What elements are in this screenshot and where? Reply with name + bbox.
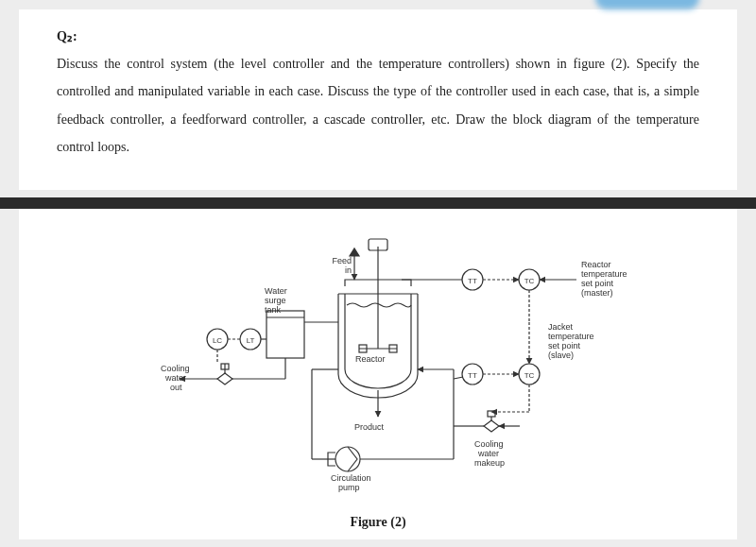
pump-label-1: Circulation (331, 473, 371, 483)
makeup-valve (484, 411, 499, 432)
figure-caption: Figure (2) (19, 515, 737, 530)
cool-out-3: out (170, 383, 182, 392)
makeup-label-3: makeup (474, 458, 505, 468)
process-diagram: Reactor Feed in Product Circulation pump (113, 228, 643, 511)
svg-text:TC: TC (524, 277, 535, 285)
rsp-4: (master) (581, 288, 613, 298)
horizontal-divider (0, 197, 756, 209)
lt-text: LT (247, 336, 255, 345)
highlight-marker (595, 0, 699, 9)
jsp-2: temperature (548, 332, 594, 341)
liquid-surface (347, 303, 411, 307)
cool-out-1: Cooling (161, 364, 190, 373)
feed-label: Feed (332, 256, 352, 265)
tank-label-2: surge (265, 296, 286, 305)
tank-label-1: Water (265, 286, 287, 296)
circulation-pump (335, 447, 360, 471)
question-number: Q₂: (57, 28, 699, 44)
reactor-label: Reactor (355, 354, 386, 364)
jsp-4: (slave) (548, 350, 574, 360)
svg-text:TT: TT (468, 277, 477, 285)
jsp-3: set point (548, 341, 581, 350)
question-page: Q₂: Discuss the control system (the leve… (19, 9, 737, 190)
tank-label-3: tank (265, 305, 282, 315)
svg-line-33 (454, 377, 463, 379)
jsp-1: Jacket (548, 322, 574, 332)
cool-out-2: water (164, 373, 186, 383)
rsp-3: set point (581, 279, 614, 288)
product-label: Product (354, 422, 385, 432)
svg-text:TC: TC (524, 371, 535, 380)
makeup-label-2: water (477, 449, 499, 458)
svg-text:TT: TT (468, 371, 477, 380)
rsp-2: temperature (581, 269, 627, 279)
lc-text: LC (213, 336, 222, 345)
pump-label-2: pump (338, 483, 360, 492)
figure-panel: Reactor Feed in Product Circulation pump (19, 209, 737, 539)
rsp-1: Reactor (581, 260, 611, 269)
question-text: Discuss the control system (the level co… (57, 50, 699, 162)
makeup-label-1: Cooling (474, 439, 504, 449)
feed-in-label: in (345, 265, 352, 275)
